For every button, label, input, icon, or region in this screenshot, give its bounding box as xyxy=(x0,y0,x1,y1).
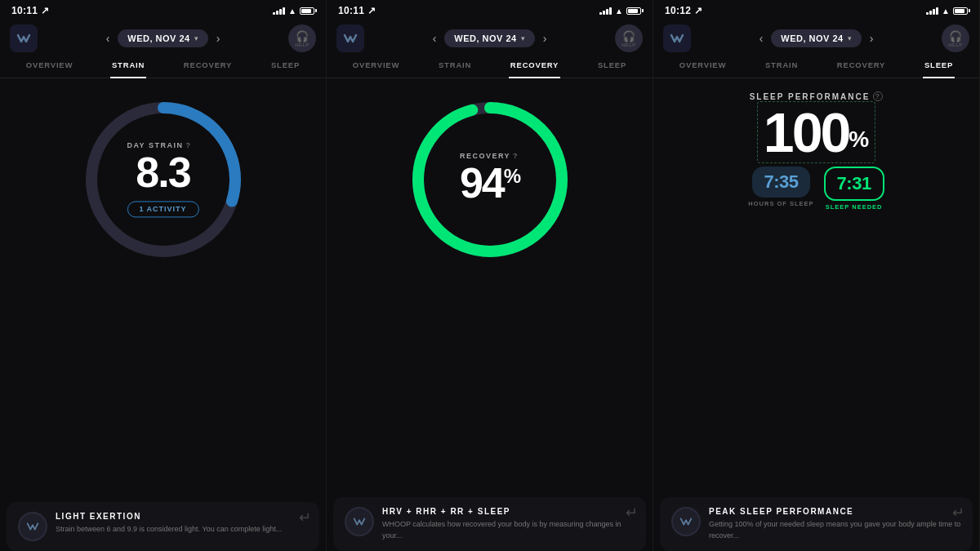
card-whoop-icon xyxy=(18,512,47,541)
card-arrow-icon: ↵ xyxy=(952,504,964,522)
headset-icon: 🎧 xyxy=(949,30,962,42)
help-label: HELP xyxy=(295,42,310,47)
signal-bars-icon xyxy=(599,7,612,15)
tab-sleep[interactable]: SLEEP xyxy=(596,57,628,73)
card-whoop-icon xyxy=(671,507,701,536)
hours-of-sleep-card: 7:35 HOURS OF SLEEP xyxy=(748,167,813,211)
activity-badge[interactable]: 1 ACTIVITY xyxy=(127,202,198,218)
sleep-percent-container: 100% xyxy=(666,104,966,160)
card-title: LIGHT EXERTION xyxy=(56,512,308,521)
tab-recovery[interactable]: RECOVERY xyxy=(182,57,234,73)
sleep-percent-sign: % xyxy=(849,127,869,152)
date-nav: ‹ WED, NOV 24 ▾ › xyxy=(756,29,877,47)
date-pill[interactable]: WED, NOV 24 ▾ xyxy=(118,29,207,47)
sleep-info-icon: ? xyxy=(873,91,883,101)
sleep-times: 7:35 HOURS OF SLEEP 7:31 SLEEP NEEDED xyxy=(666,167,966,211)
next-date-button[interactable]: › xyxy=(540,30,550,47)
date-text: WED, NOV 24 xyxy=(781,33,843,43)
app-header: ‹ WED, NOV 24 ▾ › 🎧 HELP xyxy=(653,20,979,57)
sleep-panel: 10:12 ↗ ▲ ‹ xyxy=(653,0,980,551)
card-whoop-icon xyxy=(345,507,374,536)
date-caret-icon: ▾ xyxy=(194,34,198,42)
status-icons: ▲ xyxy=(926,7,968,16)
headset-icon: 🎧 xyxy=(296,30,309,42)
date-pill[interactable]: WED, NOV 24 ▾ xyxy=(771,29,861,47)
card-arrow-icon: ↵ xyxy=(626,504,638,522)
date-text: WED, NOV 24 xyxy=(127,33,189,43)
tab-bar: OVERVIEW STRAIN RECOVERY SLEEP xyxy=(653,57,979,78)
prev-date-button[interactable]: ‹ xyxy=(756,30,767,47)
help-label: HELP xyxy=(621,42,636,47)
whoop-logo xyxy=(336,24,364,52)
help-button[interactable]: 🎧 HELP xyxy=(288,24,316,52)
app-header: ‹ WED, NOV 24 ▾ › 🎧 HELP xyxy=(327,20,653,57)
help-button[interactable]: 🎧 HELP xyxy=(615,24,643,52)
status-icons: ▲ xyxy=(599,7,641,16)
card-body: WHOOP calculates how recovered your body… xyxy=(382,519,635,541)
tab-overview[interactable]: OVERVIEW xyxy=(351,57,401,73)
card-body: Strain between 6 and 9.9 is considered l… xyxy=(56,524,308,535)
strain-content: DAY STRAIN ? 8.3 1 ACTIVITY xyxy=(0,78,326,495)
sleep-performance-section: SLEEP PERFORMANCE ? 100% 7:35 HOURS OF S… xyxy=(663,91,969,211)
prev-date-button[interactable]: ‹ xyxy=(430,30,440,47)
date-caret-icon: ▾ xyxy=(848,34,852,42)
status-time: 10:11 ↗ xyxy=(11,5,49,16)
status-time: 10:12 ↗ xyxy=(665,5,702,16)
tab-strain[interactable]: STRAIN xyxy=(110,57,146,73)
recovery-circle-center: RECOVERY ? 94% xyxy=(460,152,519,207)
prev-date-button[interactable]: ‹ xyxy=(103,30,114,47)
date-pill[interactable]: WED, NOV 24 ▾ xyxy=(444,29,534,47)
strain-value: 8.3 xyxy=(127,149,198,196)
status-icons: ▲ xyxy=(273,7,314,16)
hours-of-sleep-label: HOURS OF SLEEP xyxy=(748,200,813,207)
tab-bar: OVERVIEW STRAIN RECOVERY SLEEP xyxy=(327,57,653,78)
help-button[interactable]: 🎧 HELP xyxy=(942,24,969,52)
tab-strain[interactable]: STRAIN xyxy=(764,57,800,73)
date-nav: ‹ WED, NOV 24 ▾ › xyxy=(103,29,224,47)
sleep-perf-title: SLEEP PERFORMANCE ? xyxy=(666,91,966,101)
bottom-card[interactable]: PEAK SLEEP PERFORMANCE Getting 100% of y… xyxy=(660,497,973,551)
recovery-pct: % xyxy=(504,165,519,187)
whoop-logo xyxy=(10,24,38,52)
strain-circle: DAY STRAIN ? 8.3 1 ACTIVITY xyxy=(82,98,245,261)
card-title: HRV + RHR + RR + SLEEP xyxy=(382,507,635,516)
hours-of-sleep-value: 7:35 xyxy=(752,167,809,198)
card-text: LIGHT EXERTION Strain between 6 and 9.9 … xyxy=(56,512,308,535)
sleep-needed-label: SLEEP NEEDED xyxy=(826,203,883,211)
tab-recovery[interactable]: RECOVERY xyxy=(835,57,887,73)
tab-overview[interactable]: OVERVIEW xyxy=(678,57,728,73)
info-icon: ? xyxy=(513,152,519,160)
sleep-needed-card: 7:31 SLEEP NEEDED xyxy=(824,167,884,211)
date-caret-icon: ▾ xyxy=(521,34,525,42)
status-bar: 10:11 ↗ ▲ xyxy=(0,0,326,20)
wifi-icon: ▲ xyxy=(615,7,623,16)
headset-icon: 🎧 xyxy=(622,30,635,42)
wifi-icon: ▲ xyxy=(942,7,950,16)
battery-icon xyxy=(300,7,314,15)
recovery-circle: RECOVERY ? 94% xyxy=(408,98,572,261)
status-time: 10:11 ↗ xyxy=(338,5,376,16)
strain-panel: 10:11 ↗ ▲ ‹ xyxy=(0,0,327,551)
card-title: PEAK SLEEP PERFORMANCE xyxy=(709,507,961,516)
tab-strain[interactable]: STRAIN xyxy=(437,57,473,73)
next-date-button[interactable]: › xyxy=(866,30,877,47)
battery-icon xyxy=(953,7,968,15)
status-bar: 10:11 ↗ ▲ xyxy=(327,0,653,20)
tab-sleep[interactable]: SLEEP xyxy=(270,57,301,73)
whoop-logo xyxy=(663,24,691,52)
strain-circle-center: DAY STRAIN ? 8.3 1 ACTIVITY xyxy=(127,141,198,217)
tab-bar: OVERVIEW STRAIN RECOVERY SLEEP xyxy=(0,57,326,78)
tab-sleep[interactable]: SLEEP xyxy=(923,57,955,73)
bottom-card[interactable]: HRV + RHR + RR + SLEEP WHOOP calculates … xyxy=(333,497,646,551)
tab-recovery[interactable]: RECOVERY xyxy=(509,57,560,73)
bottom-card[interactable]: LIGHT EXERTION Strain between 6 and 9.9 … xyxy=(7,502,319,551)
next-date-button[interactable]: › xyxy=(213,30,224,47)
card-body: Getting 100% of your needed sleep means … xyxy=(709,519,961,541)
sleep-content: SLEEP PERFORMANCE ? 100% 7:35 HOURS OF S… xyxy=(653,78,979,491)
recovery-content: RECOVERY ? 94% xyxy=(327,78,653,491)
tab-overview[interactable]: OVERVIEW xyxy=(24,57,74,73)
card-arrow-icon: ↵ xyxy=(299,509,311,527)
signal-bars-icon xyxy=(926,7,938,15)
card-text: HRV + RHR + RR + SLEEP WHOOP calculates … xyxy=(382,507,635,541)
recovery-panel: 10:11 ↗ ▲ ‹ xyxy=(327,0,653,551)
